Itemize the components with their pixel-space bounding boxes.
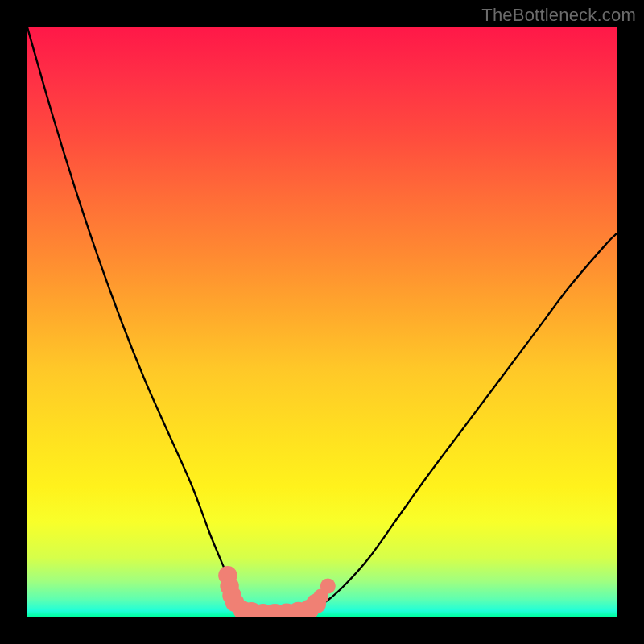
curve-marker <box>320 578 336 593</box>
bottleneck-curve <box>27 27 617 617</box>
curve-markers <box>218 566 336 617</box>
chart-frame: TheBottleneck.com <box>0 0 644 644</box>
chart-svg <box>27 27 617 617</box>
watermark-text: TheBottleneck.com <box>481 5 636 26</box>
chart-plot-area <box>27 27 617 617</box>
